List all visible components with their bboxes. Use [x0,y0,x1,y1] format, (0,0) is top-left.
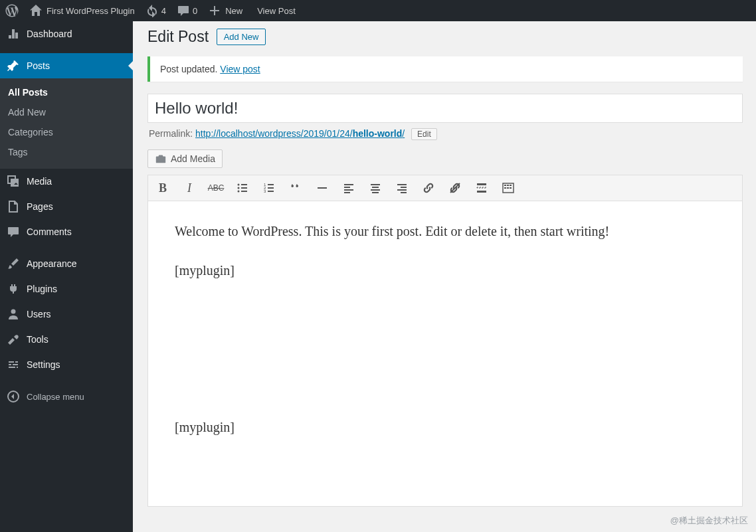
menu-media[interactable]: Media [0,169,133,194]
menu-media-label: Media [27,176,52,187]
view-post-label: View Post [257,6,296,16]
editor-paragraph: [myplugin] [175,260,715,281]
menu-pages[interactable]: Pages [0,194,133,219]
svg-rect-22 [372,192,379,193]
svg-rect-24 [401,187,407,188]
svg-rect-7 [241,191,247,192]
svg-rect-21 [371,189,380,191]
collapse-menu[interactable]: Collapse menu [0,384,133,409]
svg-rect-14 [318,187,327,189]
brush-icon [7,257,20,270]
menu-users-label: Users [27,309,51,319]
menu-plugins-label: Plugins [27,284,57,294]
editor-toolbar: B I ABC 123 [147,175,743,201]
permalink-edit-button[interactable]: Edit [411,128,437,140]
read-more-button[interactable] [470,177,494,199]
menu-plugins[interactable]: Plugins [0,276,133,302]
permalink-label: Permalink: [149,128,195,139]
view-post-link[interactable]: View Post [248,0,301,21]
svg-rect-9 [268,184,274,185]
notice-view-post-link[interactable]: View post [220,64,260,74]
italic-button[interactable]: I [177,177,201,199]
align-center-button[interactable] [363,177,387,199]
comments-link[interactable]: 0 [171,0,203,21]
svg-rect-11 [268,187,274,189]
permalink-row: Permalink: http://localhost/wordpress/20… [147,123,743,149]
menu-appearance[interactable]: Appearance [0,251,133,276]
svg-rect-37 [510,187,512,189]
submenu-all-posts[interactable]: All Posts [0,82,133,102]
permalink-link[interactable]: http://localhost/wordpress/2019/01/24/he… [195,128,405,139]
menu-posts[interactable]: Posts [0,53,133,78]
menu-pages-label: Pages [27,201,53,212]
editor-paragraph [175,300,715,320]
svg-point-4 [238,187,240,189]
new-label: New [225,6,242,16]
submenu-tags[interactable]: Tags [0,142,133,162]
toolbar-toggle-button[interactable] [496,177,520,199]
svg-text:3: 3 [264,189,266,193]
post-title-input[interactable] [147,94,743,123]
align-right-button[interactable] [390,177,414,199]
submenu-categories[interactable]: Categories [0,122,133,142]
comment-icon [7,225,20,238]
bold-button[interactable]: B [151,177,175,199]
collapse-label: Collapse menu [27,392,84,402]
comment-icon [177,4,190,17]
camera-icon [155,153,167,165]
link-button[interactable] [417,177,440,199]
plus-icon [208,4,221,17]
svg-rect-19 [371,184,380,185]
add-media-button[interactable]: Add Media [147,149,223,168]
svg-rect-32 [504,185,506,186]
add-new-button[interactable]: Add New [217,29,266,45]
numbered-list-button[interactable]: 123 [257,177,281,199]
collapse-icon [7,390,20,403]
editor-paragraph [175,339,715,359]
update-icon [145,4,159,17]
blockquote-button[interactable] [284,177,308,199]
unlink-button[interactable] [443,177,467,199]
svg-point-0 [11,310,16,314]
strikethrough-button[interactable]: ABC [204,177,228,199]
svg-rect-16 [344,187,350,188]
home-icon [29,4,43,17]
wrench-icon [7,333,20,346]
menu-users[interactable]: Users [0,302,133,327]
svg-rect-26 [401,192,407,193]
svg-rect-13 [268,191,274,192]
bullet-list-button[interactable] [231,177,254,199]
svg-rect-33 [507,185,509,186]
site-name-link[interactable]: First WordPress Plugin [24,0,140,21]
editor-paragraph [175,378,715,399]
plug-icon [7,282,20,296]
menu-comments[interactable]: Comments [0,219,133,244]
svg-rect-3 [241,184,247,185]
svg-point-6 [238,191,240,193]
svg-rect-36 [507,187,509,189]
wp-logo-menu[interactable] [0,0,24,21]
notice-updated: Post updated. View post [147,56,743,82]
svg-rect-23 [397,184,407,185]
submenu-add-new[interactable]: Add New [0,102,133,122]
user-icon [7,308,20,321]
new-content-link[interactable]: New [203,0,248,21]
menu-settings[interactable]: Settings [0,352,133,377]
align-left-button[interactable] [337,177,361,199]
menu-dashboard-label: Dashboard [27,29,72,39]
svg-rect-35 [504,187,506,189]
editor-content[interactable]: Welcome to WordPress. This is your first… [147,201,743,507]
updates-link[interactable]: 4 [140,0,171,21]
add-media-label: Add Media [171,153,215,164]
menu-dashboard[interactable]: Dashboard [0,21,133,46]
dashboard-icon [7,27,20,41]
horizontal-rule-button[interactable] [310,177,334,199]
menu-tools[interactable]: Tools [0,327,133,352]
svg-rect-30 [477,191,486,193]
svg-rect-28 [477,183,486,185]
svg-rect-25 [397,189,407,191]
menu-appearance-label: Appearance [27,258,77,269]
svg-rect-29 [477,187,486,188]
menu-tools-label: Tools [27,334,48,345]
editor-paragraph: [myplugin] [175,417,715,438]
